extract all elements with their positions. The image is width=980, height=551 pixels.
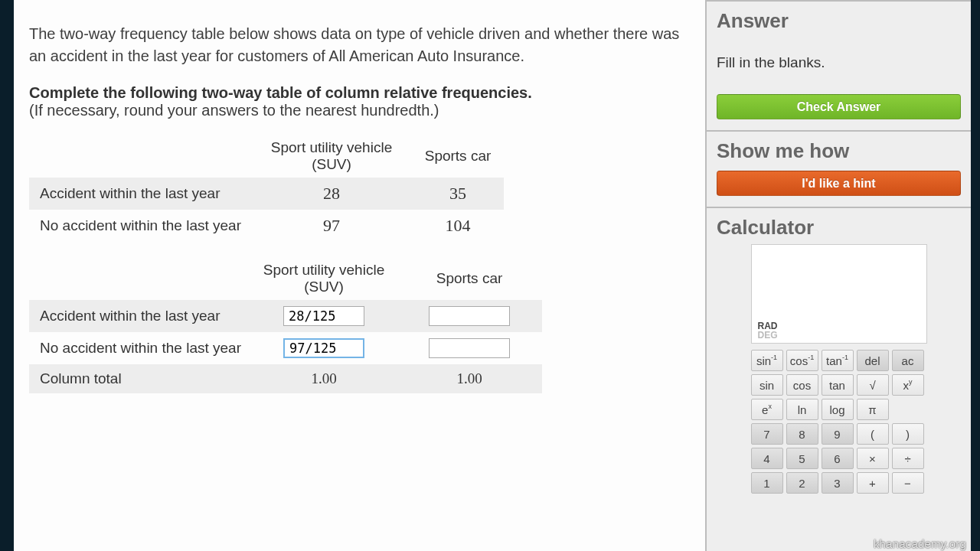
calc-btn-ln[interactable]: ln xyxy=(786,399,818,420)
hint-panel: Show me how I'd like a hint xyxy=(707,132,971,208)
calc-btn-log[interactable]: log xyxy=(822,399,854,420)
calc-btn-[interactable]: + xyxy=(857,472,889,494)
calc-btn-5[interactable]: 5 xyxy=(786,448,818,469)
t1-col1-header: Sport utility vehicle (SUV) xyxy=(251,133,412,178)
calc-btn-[interactable]: × xyxy=(857,448,889,469)
calc-btn-[interactable]: √ xyxy=(857,374,889,396)
calc-btn-tan[interactable]: tan xyxy=(822,374,854,396)
calc-btn-ac[interactable]: ac xyxy=(892,350,924,371)
calc-btn-4[interactable]: 4 xyxy=(751,448,783,469)
calc-btn-cos[interactable]: cos xyxy=(786,374,818,396)
calc-mode-indicator: RAD DEG xyxy=(758,321,778,340)
watermark: khanacademy.org xyxy=(874,537,966,550)
hint-title: Show me how xyxy=(717,139,961,163)
calc-btn-cos[interactable]: cos-1 xyxy=(786,350,818,371)
instruction-note: (If necessary, round your answers to the… xyxy=(29,102,439,119)
calculator-keypad: sin-1cos-1tan-1delacsincostan√xyexlnlogπ… xyxy=(751,350,927,494)
calc-btn-sin[interactable]: sin xyxy=(751,374,783,396)
calc-btn-8[interactable]: 8 xyxy=(786,423,818,445)
calculator-display: RAD DEG xyxy=(751,244,927,344)
calc-btn-sin[interactable]: sin-1 xyxy=(751,350,783,371)
t2-row1-label: Accident within the last year xyxy=(29,300,251,332)
sidebar: Answer Fill in the blanks. Check Answer … xyxy=(705,0,971,551)
t2-row2-label: No accident within the last year xyxy=(29,332,251,364)
t2-row3-label: Column total xyxy=(29,364,251,393)
calc-btn-[interactable]: ( xyxy=(857,423,889,445)
calc-btn-[interactable]: ÷ xyxy=(892,448,924,469)
t2-r3c1: 1.00 xyxy=(251,364,397,393)
relative-frequency-table: Sport utility vehicle (SUV) Sports car A… xyxy=(29,256,542,393)
t1-r2c1: 97 xyxy=(251,210,412,242)
mode-deg: DEG xyxy=(758,331,778,340)
answer-panel: Answer Fill in the blanks. Check Answer xyxy=(707,0,971,132)
frequency-table: Sport utility vehicle (SUV) Sports car A… xyxy=(29,133,504,242)
answer-instruction: Fill in the blanks. xyxy=(717,54,961,71)
t1-col2-header: Sports car xyxy=(412,133,504,178)
calc-btn-3[interactable]: 3 xyxy=(822,472,854,494)
t1-r1c2: 35 xyxy=(412,178,504,210)
input-r1c1[interactable] xyxy=(283,306,364,326)
t2-r3c2: 1.00 xyxy=(397,364,542,393)
calculator-title: Calculator xyxy=(717,216,961,240)
calc-btn-9[interactable]: 9 xyxy=(822,423,854,445)
hint-button[interactable]: I'd like a hint xyxy=(717,171,961,196)
input-r1c2[interactable] xyxy=(429,306,510,326)
t2-col1-header: Sport utility vehicle (SUV) xyxy=(251,256,397,300)
calc-btn-[interactable]: π xyxy=(857,399,889,420)
calculator-panel: Calculator RAD DEG sin-1cos-1tan-1delacs… xyxy=(707,208,971,494)
calc-btn-7[interactable]: 7 xyxy=(751,423,783,445)
t1-row1-label: Accident within the last year xyxy=(29,178,251,210)
input-r2c2[interactable] xyxy=(429,338,510,358)
t1-r1c1: 28 xyxy=(251,178,412,210)
instruction-bold: Complete the following two-way table of … xyxy=(29,84,532,101)
calc-btn-6[interactable]: 6 xyxy=(822,448,854,469)
calc-btn-e[interactable]: ex xyxy=(751,399,783,420)
problem-instruction: Complete the following two-way table of … xyxy=(29,84,682,119)
calc-btn-x[interactable]: xy xyxy=(892,374,924,396)
calc-btn-tan[interactable]: tan-1 xyxy=(822,350,854,371)
calc-btn-1[interactable]: 1 xyxy=(751,472,783,494)
t1-r2c2: 104 xyxy=(412,210,504,242)
check-answer-button[interactable]: Check Answer xyxy=(717,94,961,119)
calc-btn-[interactable]: ) xyxy=(892,423,924,445)
t2-col2-header: Sports car xyxy=(397,256,542,300)
input-r2c1[interactable] xyxy=(283,338,364,358)
problem-intro: The two-way frequency table below shows … xyxy=(29,23,682,67)
answer-title: Answer xyxy=(717,9,961,33)
calc-btn-del[interactable]: del xyxy=(857,350,889,371)
calc-btn-[interactable]: − xyxy=(892,472,924,494)
t1-row2-label: No accident within the last year xyxy=(29,210,251,242)
calc-btn-2[interactable]: 2 xyxy=(786,472,818,494)
